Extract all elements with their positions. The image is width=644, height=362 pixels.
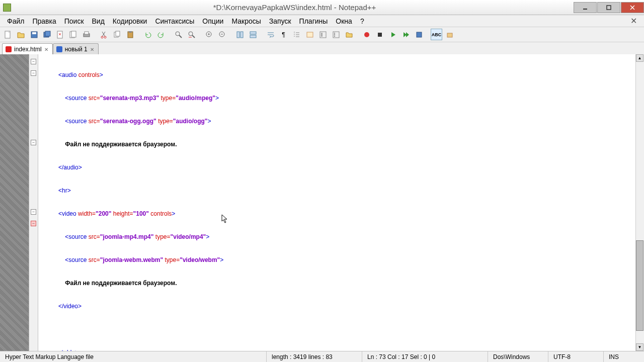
paste-icon[interactable] xyxy=(124,29,136,40)
svg-rect-21 xyxy=(116,31,120,36)
status-file-type: Hyper Text Markup Language file xyxy=(0,351,267,362)
tab-new-1[interactable]: новый 1 ✕ xyxy=(53,43,99,54)
menu-windows[interactable]: Окна xyxy=(332,16,356,27)
vertical-scrollbar[interactable]: ▲ ▼ xyxy=(635,54,644,351)
svg-point-47 xyxy=(334,36,335,37)
save-all-icon[interactable] xyxy=(41,29,53,40)
macro-stop-icon[interactable] xyxy=(374,29,385,40)
save-icon[interactable] xyxy=(28,29,40,40)
svg-rect-6 xyxy=(32,32,36,34)
window-title: *D:\KornevayaPapkaWS\index.html - Notepa… xyxy=(16,3,573,12)
status-insert-mode[interactable]: INS xyxy=(604,351,644,362)
status-length: length : 3419 lines : 83 xyxy=(267,351,362,362)
undo-icon[interactable] xyxy=(142,29,153,40)
fold-box-icon[interactable]: − xyxy=(31,209,36,215)
new-file-icon[interactable] xyxy=(2,29,14,40)
menu-edit[interactable]: Правка xyxy=(28,16,60,27)
cut-icon[interactable] xyxy=(98,29,110,40)
lang-icon[interactable] xyxy=(304,29,315,40)
title-bar: *D:\KornevayaPapkaWS\index.html - Notepa… xyxy=(0,0,644,15)
menu-run[interactable]: Запуск xyxy=(265,16,295,27)
menu-file[interactable]: Файл xyxy=(3,16,28,27)
app-icon xyxy=(3,4,11,12)
svg-rect-41 xyxy=(307,32,313,37)
menu-options[interactable]: Опции xyxy=(198,16,227,27)
close-file-icon[interactable] xyxy=(54,29,66,40)
svg-rect-23 xyxy=(129,31,132,33)
folder-icon[interactable] xyxy=(343,29,355,40)
sync-v-icon[interactable] xyxy=(234,29,246,40)
show-all-icon[interactable]: ¶ xyxy=(278,29,289,40)
fold-box-icon[interactable]: − xyxy=(31,221,36,226)
close-doc-button[interactable]: ✕ xyxy=(626,16,641,26)
svg-rect-36 xyxy=(250,35,256,38)
fold-box-icon[interactable]: − xyxy=(31,70,36,76)
macro-play-multi-icon[interactable] xyxy=(400,29,412,40)
svg-rect-9 xyxy=(57,31,62,38)
spell-icon[interactable]: ABC xyxy=(431,29,442,40)
redo-icon[interactable] xyxy=(155,29,167,40)
svg-point-26 xyxy=(189,32,193,36)
svg-rect-43 xyxy=(321,33,323,37)
replace-icon[interactable] xyxy=(186,29,197,40)
macro-save-icon[interactable] xyxy=(413,29,425,40)
scroll-thumb[interactable] xyxy=(636,240,643,331)
menu-help[interactable]: ? xyxy=(356,16,368,27)
window-controls xyxy=(573,2,644,13)
menu-syntax[interactable]: Синтаксисы xyxy=(151,16,198,27)
svg-point-48 xyxy=(364,32,369,37)
svg-rect-33 xyxy=(237,32,239,38)
scroll-down-icon[interactable]: ▼ xyxy=(636,343,643,351)
code-area[interactable]: <audio controls> <source src="serenata-m… xyxy=(38,54,635,351)
close-button[interactable] xyxy=(621,2,644,13)
doc-map-icon[interactable] xyxy=(317,29,329,40)
svg-rect-51 xyxy=(447,33,452,37)
close-all-icon[interactable] xyxy=(67,29,79,40)
toolbar: ¶ ABC xyxy=(0,27,644,42)
scroll-up-icon[interactable]: ▲ xyxy=(636,54,643,62)
fold-box-icon[interactable]: − xyxy=(31,59,36,64)
svg-rect-34 xyxy=(240,32,243,38)
tab-index-html[interactable]: index.html ✕ xyxy=(2,43,53,54)
svg-rect-1 xyxy=(607,6,611,10)
zoom-in-icon[interactable] xyxy=(203,29,215,40)
menu-view[interactable]: Вид xyxy=(88,16,109,27)
svg-rect-15 xyxy=(85,32,89,34)
tab-label: новый 1 xyxy=(65,46,88,53)
menu-macros[interactable]: Макросы xyxy=(227,16,265,27)
svg-point-45 xyxy=(334,33,335,34)
status-eol[interactable]: Dos\Windows xyxy=(488,351,548,362)
unmodified-dot-icon xyxy=(56,46,62,52)
svg-rect-35 xyxy=(250,32,256,34)
indent-guide-icon[interactable] xyxy=(291,29,302,40)
tab-bar: index.html ✕ новый 1 ✕ xyxy=(0,42,644,54)
svg-rect-49 xyxy=(378,33,382,37)
find-icon[interactable] xyxy=(173,29,184,40)
print-icon[interactable] xyxy=(80,29,92,40)
sync-h-icon[interactable] xyxy=(247,29,259,40)
menu-search[interactable]: Поиск xyxy=(60,16,88,27)
svg-rect-44 xyxy=(333,32,339,38)
wrap-icon[interactable] xyxy=(265,29,276,40)
svg-point-24 xyxy=(176,32,180,36)
menu-plugins[interactable]: Плагины xyxy=(295,16,332,27)
modified-dot-icon xyxy=(6,46,12,52)
fold-gutter[interactable]: − − − − − xyxy=(29,54,38,351)
svg-line-27 xyxy=(192,35,195,38)
tab-label: index.html xyxy=(14,46,42,53)
copy-icon[interactable] xyxy=(111,29,123,40)
macro-record-icon[interactable] xyxy=(361,29,372,40)
zoom-out-icon[interactable] xyxy=(216,29,228,40)
status-encoding[interactable]: UTF-8 xyxy=(548,351,604,362)
plugin-icon[interactable] xyxy=(444,29,455,40)
macro-play-icon[interactable] xyxy=(387,29,398,40)
minimize-button[interactable] xyxy=(574,2,597,13)
open-file-icon[interactable] xyxy=(15,29,27,40)
maximize-button[interactable] xyxy=(597,2,620,13)
tab-close-icon[interactable]: ✕ xyxy=(44,47,49,52)
tab-close-icon[interactable]: ✕ xyxy=(90,47,95,52)
fold-box-icon[interactable]: − xyxy=(31,140,36,145)
status-bar: Hyper Text Markup Language file length :… xyxy=(0,351,644,362)
menu-encoding[interactable]: Кодировки xyxy=(109,16,151,27)
func-list-icon[interactable] xyxy=(330,29,342,40)
